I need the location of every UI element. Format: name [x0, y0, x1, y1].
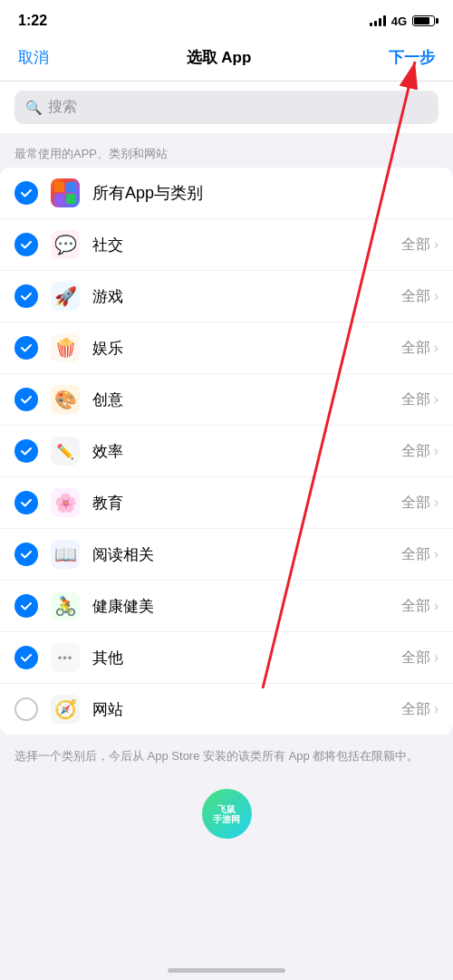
chevron-icon-creative: ›	[434, 391, 439, 408]
chevron-icon-games: ›	[434, 288, 439, 304]
search-container: 🔍 搜索	[0, 82, 453, 133]
app-icon-social: 💬	[51, 230, 80, 259]
list-item-all-apps[interactable]: 所有App与类别	[0, 168, 453, 219]
item-right-label-education: 全部	[401, 494, 430, 513]
check-icon-health	[14, 594, 38, 618]
list-item-education[interactable]: 🌸 教育 全部 ›	[0, 477, 453, 529]
item-right-label-website: 全部	[401, 700, 430, 719]
app-icon-entertainment: 🍿	[51, 333, 80, 362]
item-label-other: 其他	[92, 648, 401, 668]
item-label-games: 游戏	[92, 286, 401, 307]
chevron-icon-website: ›	[434, 701, 439, 717]
svg-rect-1	[66, 182, 76, 192]
check-icon-efficiency	[14, 439, 38, 463]
item-label-social: 社交	[92, 235, 401, 255]
chevron-icon-reading: ›	[434, 546, 439, 562]
app-icon-website: 🧭	[51, 695, 80, 724]
watermark-label: 飞鼠手游网	[213, 804, 240, 824]
item-right-label-social: 全部	[401, 235, 430, 255]
chevron-icon-entertainment: ›	[434, 340, 439, 356]
app-icon-games: 🚀	[51, 282, 80, 311]
status-time: 1:22	[18, 13, 47, 29]
list-item-entertainment[interactable]: 🍿 娱乐 全部 ›	[0, 322, 453, 374]
item-label-website: 网站	[92, 699, 401, 720]
item-right-label-creative: 全部	[401, 390, 430, 409]
item-right-creative: 全部 ›	[401, 390, 439, 409]
check-icon-social	[14, 233, 38, 256]
check-icon-other	[14, 646, 38, 669]
next-button[interactable]: 下一步	[389, 47, 435, 68]
item-label-education: 教育	[92, 493, 401, 514]
list-item-reading[interactable]: 📖 阅读相关 全部 ›	[0, 529, 453, 581]
list-item-other[interactable]: ••• 其他 全部 ›	[0, 632, 453, 684]
app-list: 所有App与类别 💬 社交 全部 › 🚀 游戏 全部 ›	[0, 168, 453, 735]
item-right-reading: 全部 ›	[401, 545, 439, 564]
footer-note: 选择一个类别后，今后从 App Store 安装的该类所有 App 都将包括在限…	[0, 735, 453, 778]
item-right-entertainment: 全部 ›	[401, 339, 439, 358]
search-bar[interactable]: 🔍 搜索	[14, 91, 439, 124]
item-label-all-apps: 所有App与类别	[92, 182, 439, 204]
check-icon-creative	[14, 388, 38, 411]
check-icon-reading	[14, 543, 38, 566]
list-item-social[interactable]: 💬 社交 全部 ›	[0, 219, 453, 271]
nav-bar: 取消 选取 App 下一步	[0, 38, 453, 82]
cancel-button[interactable]: 取消	[18, 47, 49, 68]
check-icon-website	[14, 697, 38, 721]
status-bar: 1:22 4G	[0, 0, 453, 38]
chevron-icon-social: ›	[434, 236, 439, 253]
check-icon-education	[14, 491, 38, 514]
network-label: 4G	[391, 14, 407, 28]
status-icons: 4G	[370, 14, 435, 28]
check-icon-entertainment	[14, 336, 38, 360]
item-right-other: 全部 ›	[401, 649, 439, 668]
list-item-creative[interactable]: 🎨 创意 全部 ›	[0, 374, 453, 426]
list-item-website[interactable]: 🧭 网站 全部 ›	[0, 684, 453, 735]
item-label-efficiency: 效率	[92, 441, 401, 462]
signal-icon	[370, 15, 386, 26]
search-icon: 🔍	[25, 100, 43, 116]
item-right-website: 全部 ›	[401, 700, 439, 719]
item-right-label-efficiency: 全部	[401, 442, 430, 461]
app-icon-all-apps	[51, 178, 80, 207]
watermark-badge: 飞鼠手游网	[202, 789, 252, 839]
app-icon-health: 🚴	[51, 591, 80, 620]
app-icon-other: •••	[51, 643, 80, 672]
chevron-icon-other: ›	[434, 649, 439, 666]
item-right-label-health: 全部	[401, 597, 430, 616]
svg-rect-2	[54, 194, 64, 204]
chevron-icon-efficiency: ›	[434, 443, 439, 459]
item-right-social: 全部 ›	[401, 235, 439, 255]
item-right-label-games: 全部	[401, 287, 430, 306]
watermark-area: 飞鼠手游网	[0, 778, 453, 850]
item-label-health: 健康健美	[92, 596, 401, 617]
battery-fill	[414, 17, 429, 24]
section-label: 最常使用的APP、类别和网站	[0, 133, 453, 168]
page-title: 选取 App	[187, 47, 252, 68]
list-item-games[interactable]: 🚀 游戏 全部 ›	[0, 271, 453, 322]
chevron-icon-education: ›	[434, 495, 439, 511]
app-icon-creative: 🎨	[51, 385, 80, 414]
chevron-icon-health: ›	[434, 598, 439, 614]
check-icon-all-apps	[14, 181, 38, 205]
svg-rect-3	[66, 194, 76, 204]
item-right-efficiency: 全部 ›	[401, 442, 439, 461]
app-icon-education: 🌸	[51, 488, 80, 517]
item-right-label-other: 全部	[401, 649, 430, 668]
list-item-efficiency[interactable]: ✏️ 效率 全部 ›	[0, 426, 453, 477]
list-item-health[interactable]: 🚴 健康健美 全部 ›	[0, 581, 453, 632]
app-icon-efficiency: ✏️	[51, 437, 80, 466]
item-right-games: 全部 ›	[401, 287, 439, 306]
item-right-education: 全部 ›	[401, 494, 439, 513]
battery-icon	[412, 15, 435, 26]
app-icon-reading: 📖	[51, 540, 80, 569]
item-label-entertainment: 娱乐	[92, 338, 401, 359]
svg-rect-0	[54, 182, 64, 192]
check-icon-games	[14, 284, 38, 308]
item-label-creative: 创意	[92, 389, 401, 410]
item-label-reading: 阅读相关	[92, 544, 401, 565]
page-wrapper: 1:22 4G 取消 选取 App 下一步 🔍 搜索 最常使用的APP、类别和网…	[0, 0, 453, 980]
item-right-label-entertainment: 全部	[401, 339, 430, 358]
search-input[interactable]: 搜索	[48, 98, 77, 117]
item-right-health: 全部 ›	[401, 597, 439, 616]
home-indicator	[168, 968, 285, 973]
